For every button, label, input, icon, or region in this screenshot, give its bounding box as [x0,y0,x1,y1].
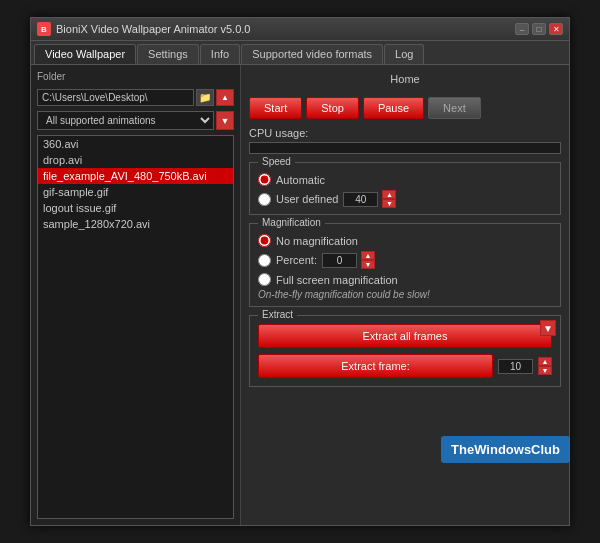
cpu-section: CPU usage: [249,127,561,154]
animation-type-dropdown[interactable]: All supported animations [37,111,214,130]
speed-user-defined-label: User defined [276,193,338,205]
left-panel: Folder 📁 ▲ All supported animations ▼ 36… [31,65,241,525]
speed-automatic-radio[interactable] [258,173,271,186]
speed-spinner-buttons: ▲ ▼ [382,190,396,208]
magnification-title: Magnification [258,217,325,228]
mag-fullscreen-radio[interactable] [258,273,271,286]
mag-percent-label: Percent: [276,254,317,266]
start-button[interactable]: Start [249,97,302,119]
extract-all-frames-button[interactable]: Extract all frames [258,324,552,348]
speed-down-button[interactable]: ▼ [382,199,396,208]
window-controls: – □ ✕ [515,23,563,35]
extract-title: Extract [258,309,297,320]
folder-scroll-button[interactable]: ▲ [216,89,234,106]
mag-percent-input[interactable] [322,253,357,268]
home-label: Home [249,73,561,85]
mag-none-radio[interactable] [258,234,271,247]
maximize-button[interactable]: □ [532,23,546,35]
speed-section: Speed Automatic User defined ▲ ▼ [249,162,561,215]
animation-scroll-button[interactable]: ▼ [216,111,234,130]
speed-up-button[interactable]: ▲ [382,190,396,199]
speed-title: Speed [258,156,295,167]
minimize-button[interactable]: – [515,23,529,35]
folder-label: Folder [37,71,234,82]
file-item-0[interactable]: 360.avi [38,136,233,152]
main-window: B BioniX Video Wallpaper Animator v5.0.0… [30,17,570,526]
menu-tabs: Video Wallpaper Settings Info Supported … [31,41,569,65]
magnification-warning: On-the-fly magnification could be slow! [258,289,552,300]
tab-supported-formats[interactable]: Supported video formats [241,44,383,64]
file-item-5[interactable]: sample_1280x720.avi [38,216,233,232]
cpu-bar [249,142,561,154]
mag-percent-radio[interactable] [258,254,271,267]
file-list: 360.avi drop.avi file_example_AVI_480_75… [37,135,234,519]
speed-spinner: ▲ ▼ [343,190,396,208]
pause-button[interactable]: Pause [363,97,424,119]
mag-fullscreen-row: Full screen magnification [258,273,552,286]
right-panel: Home Start Stop Pause Next CPU usage: Sp… [241,65,569,525]
mag-percent-spinner: ▲ ▼ [322,251,375,269]
stop-button[interactable]: Stop [306,97,359,119]
tab-settings[interactable]: Settings [137,44,199,64]
folder-row: 📁 ▲ [37,89,234,106]
tab-video-wallpaper[interactable]: Video Wallpaper [34,44,136,64]
extract-frame-spinner-buttons: ▲ ▼ [538,357,552,375]
app-icon: B [37,22,51,36]
extract-frame-input[interactable] [498,359,533,374]
extract-frame-row: Extract frame: ▲ ▼ [258,354,552,378]
speed-user-defined-row: User defined ▲ ▼ [258,190,552,208]
mag-percent-row: Percent: ▲ ▼ [258,251,552,269]
speed-automatic-label: Automatic [276,174,325,186]
title-bar-left: B BioniX Video Wallpaper Animator v5.0.0 [37,22,250,36]
close-button[interactable]: ✕ [549,23,563,35]
content-area: Folder 📁 ▲ All supported animations ▼ 36… [31,65,569,525]
mag-fullscreen-label: Full screen magnification [276,274,398,286]
animation-type-row: All supported animations ▼ [37,111,234,130]
extract-frame-up-button[interactable]: ▲ [538,357,552,366]
folder-input[interactable] [37,89,194,106]
folder-browse-button[interactable]: 📁 [196,89,214,106]
speed-user-defined-radio[interactable] [258,193,271,206]
file-item-4[interactable]: logout issue.gif [38,200,233,216]
extract-section: Extract ▼ Extract all frames Extract fra… [249,315,561,387]
extract-corner-button[interactable]: ▼ [540,320,556,336]
mag-none-label: No magnification [276,235,358,247]
mag-none-row: No magnification [258,234,552,247]
mag-percent-spinner-buttons: ▲ ▼ [361,251,375,269]
next-button[interactable]: Next [428,97,481,119]
tab-log[interactable]: Log [384,44,424,64]
file-item-2[interactable]: file_example_AVI_480_750kB.avi [38,168,233,184]
cpu-label: CPU usage: [249,127,561,139]
window-title: BioniX Video Wallpaper Animator v5.0.0 [56,23,250,35]
magnification-section: Magnification No magnification Percent: … [249,223,561,307]
file-item-1[interactable]: drop.avi [38,152,233,168]
mag-down-button[interactable]: ▼ [361,260,375,269]
file-item-3[interactable]: gif-sample.gif [38,184,233,200]
extract-frame-button[interactable]: Extract frame: [258,354,493,378]
extract-frame-down-button[interactable]: ▼ [538,366,552,375]
speed-value-input[interactable] [343,192,378,207]
speed-automatic-row: Automatic [258,173,552,186]
playback-controls: Start Stop Pause Next [249,97,561,119]
mag-up-button[interactable]: ▲ [361,251,375,260]
title-bar: B BioniX Video Wallpaper Animator v5.0.0… [31,18,569,41]
tab-info[interactable]: Info [200,44,240,64]
